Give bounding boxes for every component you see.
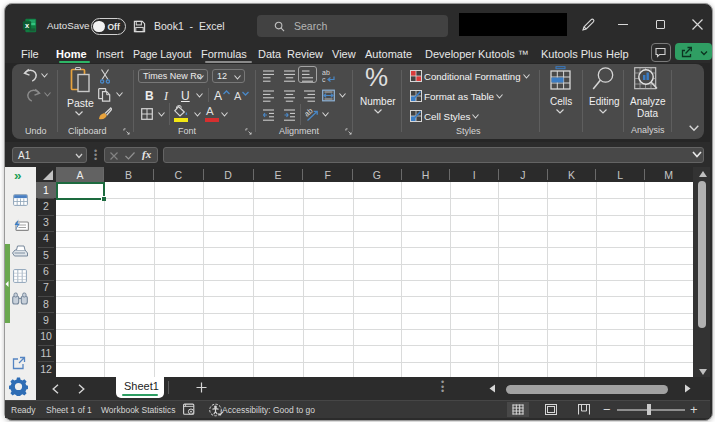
svg-text:ab: ab	[305, 107, 315, 118]
svg-text:c: c	[322, 76, 326, 83]
svg-text:ab: ab	[322, 69, 330, 76]
